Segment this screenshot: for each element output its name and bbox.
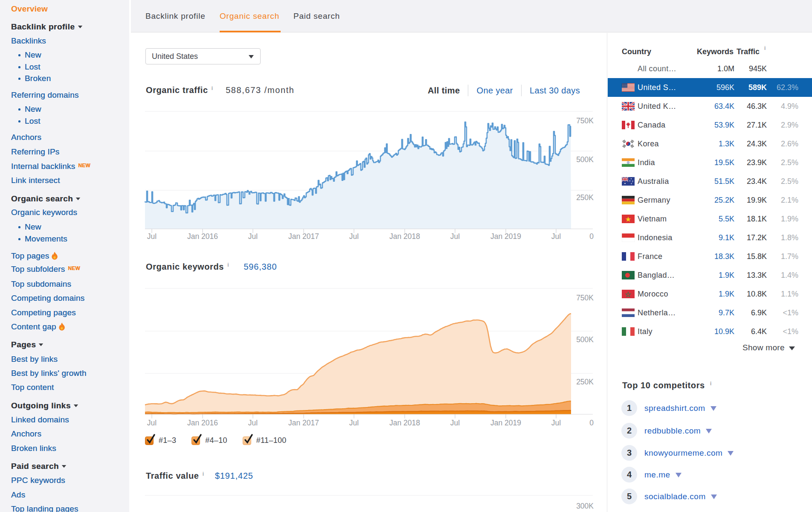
- svg-text:Jan 2017: Jan 2017: [288, 419, 319, 427]
- svg-text:Jul: Jul: [248, 419, 258, 427]
- svg-text:Jul: Jul: [450, 419, 460, 427]
- svg-text:Jul: Jul: [248, 232, 258, 241]
- svg-text:Jul: Jul: [349, 419, 359, 427]
- svg-text:Jul: Jul: [147, 232, 157, 241]
- svg-text:500K: 500K: [576, 155, 594, 164]
- svg-text:750K: 750K: [576, 116, 594, 125]
- svg-text:Jan 2016: Jan 2016: [187, 419, 218, 427]
- svg-text:Jul: Jul: [450, 232, 460, 241]
- svg-text:Jul: Jul: [349, 232, 359, 241]
- svg-text:250K: 250K: [576, 193, 594, 202]
- svg-text:Jan 2019: Jan 2019: [490, 232, 521, 241]
- svg-text:Jan 2019: Jan 2019: [490, 419, 521, 427]
- svg-text:Jan 2017: Jan 2017: [288, 232, 319, 241]
- svg-text:Jul: Jul: [147, 419, 157, 427]
- svg-text:0: 0: [589, 419, 594, 427]
- svg-text:Jan 2018: Jan 2018: [389, 419, 420, 427]
- svg-text:Jul: Jul: [551, 232, 561, 241]
- svg-text:300K: 300K: [576, 502, 594, 510]
- svg-text:Jan 2016: Jan 2016: [187, 232, 218, 241]
- svg-text:500K: 500K: [576, 335, 594, 344]
- svg-text:0: 0: [589, 232, 594, 241]
- svg-text:Jul: Jul: [551, 419, 561, 427]
- svg-text:750K: 750K: [576, 294, 594, 302]
- svg-text:250K: 250K: [576, 378, 594, 386]
- svg-text:Jan 2018: Jan 2018: [389, 232, 420, 241]
